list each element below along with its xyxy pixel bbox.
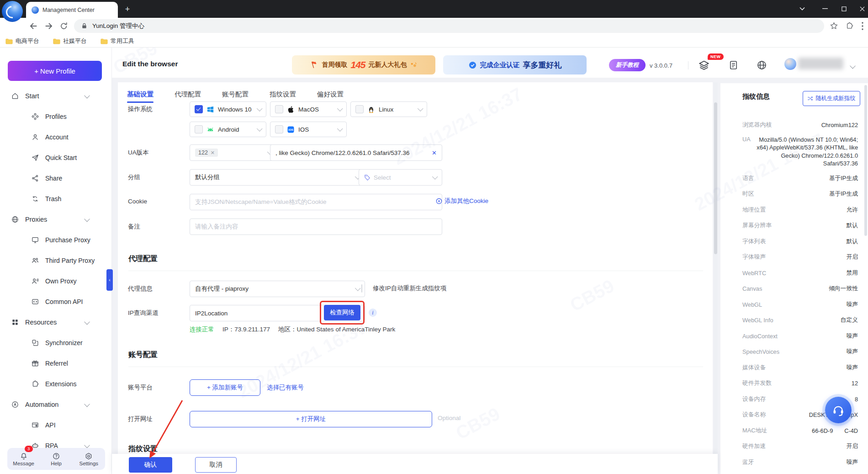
layers-icon[interactable] [698,59,710,71]
document-icon[interactable] [728,60,739,70]
sidebar-item-synchronizer[interactable]: Synchronizer [0,332,112,353]
tutorial-badge[interactable]: 新手教程 [609,59,646,71]
fingerprint-row-label: 设备内存 [742,395,766,403]
random-fingerprint-button[interactable]: 随机生成新指纹 [803,91,860,106]
regenerate-fingerprint-checkbox[interactable] [361,284,362,293]
monitor-icon [31,236,39,244]
close-button[interactable] [855,3,868,15]
bookmark-tools[interactable]: 常用工具 [101,37,134,45]
sidebar-item-extensions[interactable]: Extensions [0,373,112,394]
fingerprint-row-value: 基于IP生成 [829,175,858,182]
folder-icon [53,38,60,44]
sidebar-item-start[interactable]: Start [0,85,112,106]
add-account-button[interactable]: + 添加新账号 [190,379,260,396]
sidebar-item-proxies[interactable]: Proxies [0,209,112,229]
os-checkbox[interactable] [275,105,283,113]
help-button[interactable]: Help [40,448,72,470]
tag-select[interactable]: Select [359,169,442,186]
os-option[interactable]: Linux [350,101,427,117]
fingerprint-row-value: 默认 [846,222,858,229]
panel-scrollbar-thumb[interactable] [864,85,867,236]
os-option[interactable]: iOS IOS [270,122,347,137]
avatar[interactable] [784,58,796,70]
proxy-info-select[interactable]: 自有代理 - piaproxy [190,281,365,297]
os-checkbox[interactable] [355,105,364,113]
new-tab-button[interactable]: + [122,4,132,14]
browser-tab[interactable]: Management Center [26,2,118,18]
main-scrollbar-thumb[interactable] [714,102,717,254]
language-globe-icon[interactable] [756,59,767,71]
tab-account-config[interactable]: 账号配置 [222,90,249,102]
sidebar-item-account[interactable]: Account [0,127,112,147]
new-profile-button[interactable]: + New Profile [8,61,102,81]
minimize-button[interactable] [818,3,832,15]
sidebar-item-quick-start[interactable]: Quick Start [0,147,112,168]
extensions-icon[interactable] [845,21,854,30]
collapse-sidebar-handle[interactable]: ‹ [106,269,113,291]
ua-string-input[interactable]: , like Gecko) Chrome/122.0.6261.0 Safari… [270,144,442,161]
message-button[interactable]: 3 Message [7,448,40,470]
os-option[interactable]: Windows 10 [190,101,266,117]
bookmark-ecommerce[interactable]: 电商平台 [5,37,39,45]
group-select[interactable]: 默认分组 [190,169,365,186]
support-chat-button[interactable] [825,397,852,423]
footer-item-label: Settings [79,461,99,466]
sidebar-item-profiles[interactable]: Profiles [0,106,112,127]
cookie-input[interactable]: 支持JSON/Netscape/Name=Value格式的Cookie [190,194,442,210]
url-bar[interactable] [74,19,824,33]
folder-icon [5,38,13,44]
os-checkbox[interactable] [195,125,203,133]
sidebar-item-third-party-proxy[interactable]: Third Party Proxy [0,250,112,271]
browser-menu-icon[interactable] [862,22,863,30]
sidebar-item-share[interactable]: Share [0,168,112,188]
sidebar-item-api[interactable]: API [0,415,112,435]
status-ip: IP：73.9.211.177 [222,325,270,334]
fingerprint-row: 硬件并发数 12 [742,376,858,392]
tab-proxy-config[interactable]: 代理配置 [175,90,201,102]
promo-banner-newcomer[interactable]: 首周领取145元新人大礼包 [292,55,435,75]
tab-basic-settings[interactable]: 基础设置 [127,90,153,102]
select-existing-account-link[interactable]: 选择已有账号 [267,383,304,392]
bookmark-star-icon[interactable] [830,21,838,30]
fingerprint-row: 硬件加速 开启 [742,439,858,455]
sidebar-item-common-api[interactable]: Common API [0,291,112,312]
settings-button[interactable]: Settings [73,448,105,470]
sidebar-item-trash[interactable]: Trash [0,188,112,209]
fingerprint-row: WebGL Info 自定义 [742,313,858,329]
info-icon[interactable]: i [369,309,377,317]
remove-tag-icon[interactable]: ✕ [211,150,215,156]
section-divider [128,367,703,367]
bookmark-social[interactable]: 社媒平台 [53,37,87,45]
promo-banner-enterprise[interactable]: 完成企业认证享多重好礼 [443,55,587,75]
os-checkbox[interactable] [275,125,283,133]
sidebar-item-purchase-proxy[interactable]: Purchase Proxy [0,229,112,250]
sidebar-item-own-proxy[interactable]: Own Proxy [0,271,112,291]
reload-button[interactable] [59,21,69,31]
proxy-info-label: 代理信息 [128,285,153,293]
add-cookie-link[interactable]: 添加其他Cookie [436,197,488,205]
back-button[interactable] [28,21,38,31]
maximize-button[interactable] [837,3,851,15]
tab-search-chevron-icon[interactable] [795,3,809,15]
fingerprint-row-label: SpeechVoices [742,348,779,355]
screenshot-root: Management Center + YunLogin 管理中心 [0,0,868,474]
ua-version-select[interactable]: 122✕ [190,144,277,161]
regenerate-checkbox-label: 修改IP自动重新生成指纹项 [373,284,446,293]
cancel-button[interactable]: 取消 [195,457,237,473]
sidebar-item-referrel[interactable]: Referrel [0,353,112,373]
note-input[interactable]: 请输入备注内容 [190,218,442,235]
os-option[interactable]: Android [190,122,266,137]
ua-version-tag[interactable]: 122✕ [195,149,218,157]
account-chevron-icon[interactable] [851,63,855,70]
tab-fingerprint-settings[interactable]: 指纹设置 [270,90,296,102]
os-checkbox[interactable] [195,105,203,113]
tab-title: Management Center [42,7,95,13]
sidebar-item-automation[interactable]: Automation [0,394,112,415]
os-option[interactable]: MacOS [270,101,347,117]
tab-preference-settings[interactable]: 偏好设置 [317,90,344,102]
open-url-button[interactable]: + 打开网址 [190,411,432,427]
forward-button[interactable] [44,21,54,31]
clear-icon[interactable]: ✕ [432,149,437,156]
sidebar-item-resources[interactable]: Resources [0,312,112,332]
confirm-button[interactable]: 确认 [129,457,172,473]
